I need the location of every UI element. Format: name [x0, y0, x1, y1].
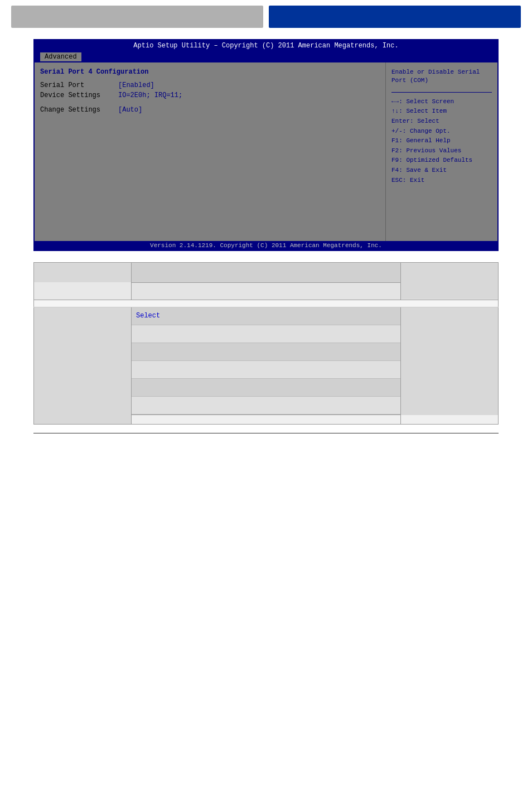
inner-row-2: [132, 325, 400, 343]
bios-key-select-screen: ←→: Select Screen: [391, 97, 492, 107]
bios-right-divider: [391, 92, 492, 93]
top-right-cell: [401, 263, 498, 299]
inner-row-5: [132, 379, 400, 397]
page-divider: [33, 433, 499, 433]
header-right-block: [269, 6, 521, 28]
bios-key-legend: ←→: Select Screen ↑↓: Select Item Enter:…: [391, 97, 492, 185]
bios-label-device-settings: Device Settings: [40, 91, 118, 99]
bios-footer: Version 2.14.1219. Copyright (C) 2011 Am…: [35, 241, 497, 250]
bios-key-select-item: ↑↓: Select Item: [391, 107, 492, 117]
bios-row-device-settings: Device Settings IO=2E0h; IRQ=11;: [40, 91, 380, 99]
bios-key-f9: F9: Optimized Defaults: [391, 156, 492, 166]
content-middle-cell: Select: [132, 307, 401, 415]
bios-title: Aptio Setup Utility – Copyright (C) 2011…: [35, 40, 497, 51]
bios-screen: Aptio Setup Utility – Copyright (C) 2011…: [33, 39, 499, 251]
bios-row-serial-port: Serial Port [Enabled]: [40, 81, 380, 89]
table-section-header: [34, 300, 499, 307]
bios-tab-advanced[interactable]: Advanced: [40, 52, 81, 61]
bios-key-f4: F4: Save & Exit: [391, 166, 492, 176]
select-hint-1[interactable]: Select: [136, 312, 160, 320]
bios-label-change-settings: Change Settings: [40, 106, 118, 114]
content-table: Select: [33, 262, 499, 425]
top-left-cell: [34, 263, 131, 282]
content-left-cell: [34, 307, 132, 425]
page-header: [0, 0, 532, 33]
bottom-row-cell: [132, 415, 499, 425]
bios-row-change-settings: Change Settings [Auto]: [40, 106, 380, 114]
table-top-row-1: [34, 263, 499, 283]
bios-value-device-settings: IO=2E0h; IRQ=11;: [118, 91, 182, 99]
bios-left-panel: Serial Port 4 Configuration Serial Port …: [35, 62, 385, 241]
bios-tab-bar: Advanced: [35, 51, 497, 62]
bios-key-enter: Enter: Select: [391, 117, 492, 127]
bios-help-text: Enable or Disable Serial Port (COM): [391, 68, 492, 85]
top-middle-lower-cell: [132, 283, 400, 300]
bios-key-f1: F1: General Help: [391, 136, 492, 146]
bios-value-serial-port[interactable]: [Enabled]: [118, 81, 154, 89]
inner-row-1: Select: [132, 307, 400, 325]
bios-key-change-opt: +/-: Change Opt.: [391, 127, 492, 137]
bios-label-serial-port: Serial Port: [40, 81, 118, 89]
bios-key-f2: F2: Previous Values: [391, 146, 492, 156]
inner-row-6: [132, 397, 400, 415]
top-middle-upper-cell: [132, 263, 400, 282]
content-table-section: Select: [33, 262, 499, 425]
inner-rows-container: Select: [132, 307, 400, 415]
content-right-cell: [401, 307, 499, 425]
inner-row-4: [132, 361, 400, 379]
bios-section-title: Serial Port 4 Configuration: [40, 68, 380, 76]
bios-key-esc: ESC: Exit: [391, 176, 492, 186]
header-left-block: [11, 6, 263, 28]
bios-content-area: Serial Port 4 Configuration Serial Port …: [35, 62, 497, 241]
bios-value-change-settings[interactable]: [Auto]: [118, 106, 142, 114]
inner-row-3: [132, 343, 400, 361]
section-header-cell: [34, 300, 499, 307]
bios-right-panel: Enable or Disable Serial Port (COM) ←→: …: [386, 62, 497, 241]
table-content-row: Select: [34, 307, 499, 415]
